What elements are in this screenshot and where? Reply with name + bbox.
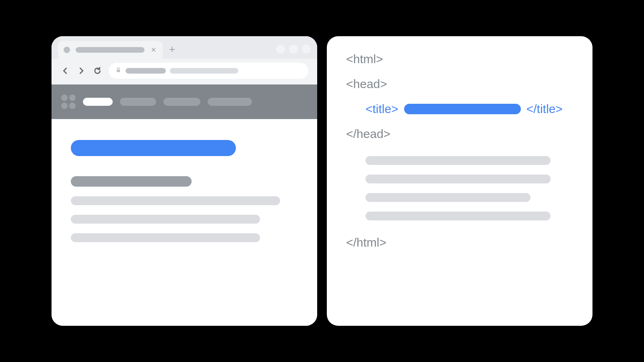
lock-icon (115, 67, 122, 75)
text-line-placeholder (365, 193, 530, 202)
reload-icon[interactable] (93, 66, 102, 76)
text-line-placeholder (365, 212, 551, 220)
window-control-button[interactable] (302, 45, 311, 53)
tab-favicon-icon (64, 47, 70, 53)
text-line-placeholder (71, 215, 260, 224)
text-line-placeholder (71, 233, 260, 242)
new-tab-button[interactable]: + (169, 44, 175, 56)
url-segment (170, 68, 238, 74)
code-panel: <html> <head> <title> </title> </head> <… (327, 36, 592, 326)
code-tag-html-open: <html> (346, 52, 573, 66)
code-tag-head-open: <head> (346, 77, 573, 91)
text-line-placeholder (365, 175, 551, 183)
nav-item[interactable] (163, 98, 200, 106)
code-tag-title-close: </title> (526, 102, 563, 116)
tab-title-placeholder (76, 47, 144, 53)
site-nav (52, 84, 317, 119)
address-bar[interactable] (109, 63, 308, 79)
page-title-placeholder (71, 140, 236, 156)
nav-item-active[interactable] (83, 98, 113, 106)
subheading-placeholder (71, 176, 192, 187)
code-tag-head-close: </head> (346, 127, 573, 141)
tab-strip: × + (52, 36, 317, 59)
window-control-button[interactable] (289, 45, 298, 53)
window-controls (276, 45, 311, 55)
back-icon[interactable] (60, 66, 70, 76)
svg-rect-0 (117, 70, 120, 72)
browser-window: × + (52, 36, 317, 326)
text-line-placeholder (71, 196, 280, 205)
browser-toolbar (52, 59, 317, 84)
browser-chrome: × + (52, 36, 317, 84)
close-icon[interactable]: × (150, 45, 157, 54)
window-control-button[interactable] (276, 45, 285, 53)
nav-item[interactable] (208, 98, 252, 106)
text-line-placeholder (365, 156, 551, 165)
browser-tab[interactable]: × (58, 41, 163, 59)
code-tag-title-open: <title> (365, 102, 398, 116)
title-content-placeholder (404, 104, 521, 114)
code-title-line: <title> </title> (346, 102, 573, 116)
site-logo-icon (61, 95, 76, 109)
article-block (71, 176, 298, 242)
url-segment (126, 68, 166, 74)
code-body-block (346, 152, 573, 224)
code-tag-html-close: </html> (346, 236, 573, 249)
page-content (52, 119, 317, 326)
nav-item[interactable] (120, 98, 156, 106)
forward-icon[interactable] (76, 66, 86, 76)
